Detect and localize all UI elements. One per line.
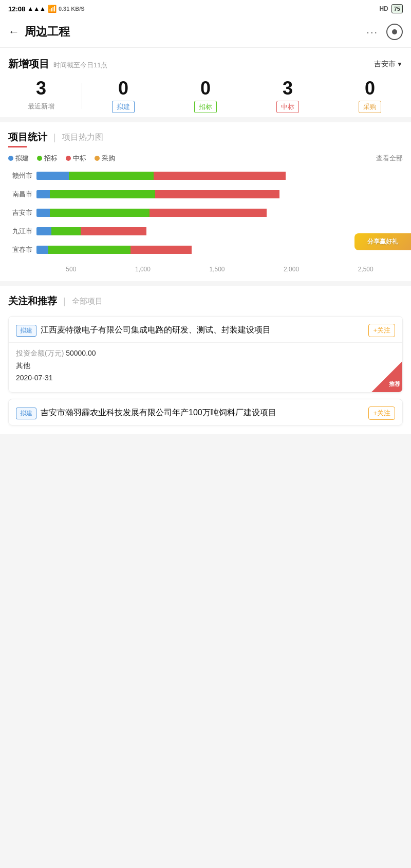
bar-seg-3-0: [36, 227, 51, 235]
legend-bidding: 招标: [37, 154, 58, 163]
bar-container-2: [36, 209, 403, 217]
follow-button-1[interactable]: +关注: [368, 407, 395, 420]
status-bar: 12:08 ▲▲▲ 📶 0.31 KB/S HD 75: [0, 0, 411, 17]
recommended-text-0: 推荐: [389, 380, 400, 388]
all-projects-label: 全部项目: [72, 297, 103, 306]
legend-proposed: 拟建: [8, 154, 29, 163]
bar-city-label-3: 九江市: [8, 227, 36, 236]
legend-proposed-label: 拟建: [15, 154, 29, 163]
chart-title: 项目统计: [8, 131, 47, 144]
x-axis-label-1: 1,000: [135, 266, 151, 273]
legend-winning-label: 中标: [73, 154, 86, 163]
x-axis-label-2: 1,500: [209, 266, 225, 273]
card-title-row-0: 拟建 江西麦特微电子有限公司集成电路的研发、测试、封装建设项目: [16, 324, 363, 337]
bar-row-1: 南昌市: [8, 190, 403, 199]
card-category-0: 其他: [16, 361, 395, 371]
stat-bidding-label: 招标: [194, 101, 217, 113]
project-card-1[interactable]: 拟建 吉安市瀚羽霾农业科技发展有限公司年产100万吨饲料厂建设项目 +关注: [8, 399, 403, 426]
new-projects-header: 新增项目 时间截至今日11点 吉安市 ▼: [0, 48, 411, 71]
bar-city-label-2: 吉安市: [8, 208, 36, 217]
legend-winning: 中标: [66, 154, 86, 163]
stat-proposed[interactable]: 0 拟建: [82, 79, 164, 113]
bar-city-label-0: 赣州市: [8, 171, 36, 180]
bar-seg-1-0: [36, 190, 50, 198]
bar-seg-4-1: [48, 246, 130, 254]
chart-header: 项目统计 | 项目热力图: [8, 131, 403, 144]
bar-row-2: 吉安市: [8, 208, 403, 217]
new-projects-section: 新增项目 时间截至今日11点 吉安市 ▼ 3 最近新增 0 拟建 0 招标 3 …: [0, 48, 411, 117]
stat-proposed-number: 0: [118, 79, 128, 98]
project-card-0[interactable]: 拟建 江西麦特微电子有限公司集成电路的研发、测试、封装建设项目 +关注 投资金额…: [8, 316, 403, 393]
time-label: 12:08: [8, 5, 25, 13]
bar-container-0: [36, 172, 403, 180]
back-button[interactable]: ←: [8, 25, 20, 39]
bar-container-4: [36, 246, 403, 254]
recommendations-header: 关注和推荐 | 全部项目: [8, 294, 403, 308]
view-all-button[interactable]: 查看全部: [376, 154, 403, 163]
x-axis-label-0: 500: [66, 266, 76, 273]
legend-purchasing: 采购: [95, 154, 115, 163]
promo-label: 分享赢好礼: [358, 237, 408, 246]
card-type-badge-1: 拟建: [16, 408, 36, 419]
more-button[interactable]: ···: [366, 26, 378, 38]
new-projects-title: 新增项目: [8, 57, 49, 71]
x-axis-label-3: 2,000: [284, 266, 299, 273]
battery-indicator: 75: [391, 4, 403, 13]
bar-container-3: [36, 227, 403, 235]
stats-row: 3 最近新增 0 拟建 0 招标 3 中标 0 采购: [0, 71, 411, 117]
card-type-badge-0: 拟建: [16, 325, 36, 337]
bar-row-4: 宜春市: [8, 245, 403, 254]
signal-icon: ▲▲▲: [27, 5, 46, 12]
chart-underline: [8, 146, 27, 147]
stat-bidding-number: 0: [200, 79, 211, 98]
card-investment-0: 投资金额(万元) 50000.00: [16, 349, 395, 358]
bar-city-label-1: 南昌市: [8, 190, 36, 199]
app-header: ← 周边工程 ···: [0, 17, 411, 48]
city-label: 吉安市: [374, 60, 396, 69]
bar-seg-2-0: [36, 209, 50, 217]
header-left: ← 周边工程: [8, 24, 70, 40]
chart-legend: 拟建 招标 中标 采购 查看全部: [8, 154, 403, 163]
bar-chart-wrapper: 赣州市南昌市吉安市九江市宜春市 5001,0001,5002,0002,500: [8, 171, 403, 273]
hd-label: HD: [379, 5, 388, 12]
x-axis: 5001,0001,5002,0002,500: [8, 264, 403, 273]
section-title-group: 新增项目 时间截至今日11点: [8, 57, 107, 71]
stat-winning-label: 中标: [276, 101, 299, 113]
new-projects-subtitle: 时间截至今日11点: [53, 61, 107, 70]
chart-heatmap-label: 项目热力图: [62, 132, 103, 143]
section-divider: [0, 281, 411, 286]
stat-recent[interactable]: 3 最近新增: [0, 79, 82, 113]
bar-seg-1-1: [50, 190, 155, 198]
bar-chart: 赣州市南昌市吉安市九江市宜春市: [8, 171, 403, 254]
stat-purchasing-label: 采购: [359, 101, 381, 113]
bar-seg-1-2: [155, 190, 279, 198]
recommendations-divider: |: [63, 296, 66, 307]
legend-bidding-dot: [37, 156, 42, 161]
stat-bidding[interactable]: 0 招标: [164, 79, 247, 113]
scan-button[interactable]: [386, 24, 403, 40]
bar-row-3: 九江市: [8, 227, 403, 236]
card-name-0: 江西麦特微电子有限公司集成电路的研发、测试、封装建设项目: [41, 324, 271, 336]
bar-seg-3-1: [51, 227, 81, 235]
city-selector[interactable]: 吉安市 ▼: [374, 60, 403, 69]
bar-city-label-4: 宜春市: [8, 245, 36, 254]
stat-recent-number: 3: [36, 79, 46, 98]
bar-seg-3-2: [81, 227, 146, 235]
recommendations-title: 关注和推荐: [8, 294, 57, 308]
legend-winning-dot: [66, 156, 71, 161]
stat-winning-number: 3: [283, 79, 293, 98]
status-right: HD 75: [379, 4, 403, 13]
stat-purchasing-number: 0: [365, 79, 375, 98]
status-left: 12:08 ▲▲▲ 📶 0.31 KB/S: [8, 5, 85, 13]
bar-seg-0-0: [36, 172, 69, 180]
recommendations-section: 关注和推荐 | 全部项目 拟建 江西麦特微电子有限公司集成电路的研发、测试、封装…: [0, 286, 411, 434]
chevron-down-icon: ▼: [397, 61, 403, 68]
follow-button-0[interactable]: +关注: [368, 324, 395, 337]
promo-banner[interactable]: 分享赢好礼: [354, 233, 411, 250]
legend-proposed-dot: [8, 156, 13, 161]
card-name-1: 吉安市瀚羽霾农业科技发展有限公司年产100万吨饲料厂建设项目: [41, 407, 276, 419]
page-title: 周边工程: [25, 24, 70, 40]
stat-recent-label: 最近新增: [24, 101, 59, 112]
stat-winning[interactable]: 3 中标: [247, 79, 329, 113]
stat-purchasing[interactable]: 0 采购: [329, 79, 411, 113]
